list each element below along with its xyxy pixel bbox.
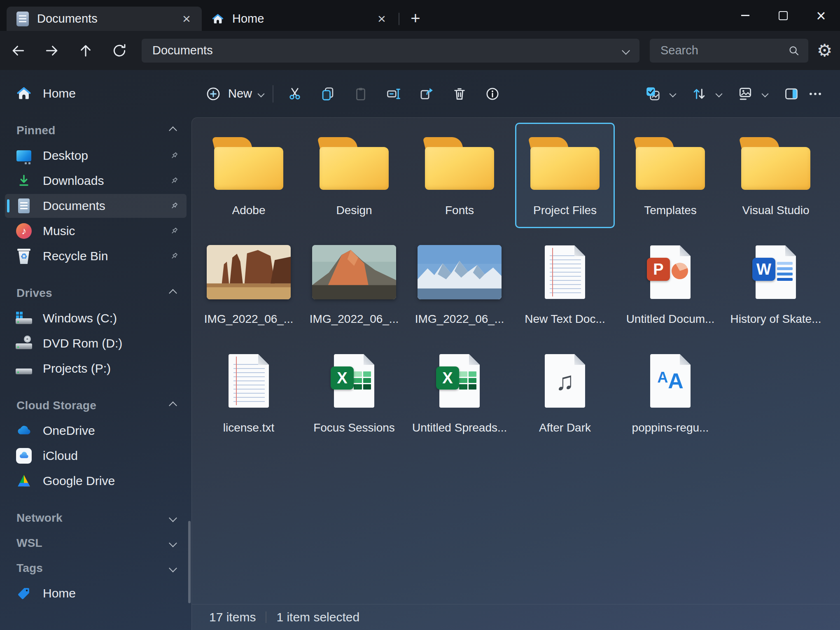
- home-icon: [16, 85, 32, 102]
- close-window-button[interactable]: ×: [802, 0, 840, 31]
- close-icon: ×: [816, 7, 826, 24]
- image-thumbnail: [418, 245, 502, 299]
- gear-icon: ⚙: [817, 40, 833, 61]
- details-pane-button[interactable]: [780, 82, 803, 105]
- refresh-button[interactable]: [108, 39, 131, 62]
- pin-icon[interactable]: [169, 226, 179, 236]
- layout-dropdown[interactable]: [758, 82, 772, 105]
- excel-file-icon: X: [439, 354, 480, 408]
- minimize-button[interactable]: [726, 0, 764, 31]
- text-file-icon: [229, 354, 269, 408]
- sidebar-item-downloads[interactable]: Downloads: [5, 169, 187, 193]
- desktop-icon: [16, 147, 32, 164]
- file-item[interactable]: Fonts: [410, 123, 509, 228]
- maximize-button[interactable]: [764, 0, 802, 31]
- file-item[interactable]: X Untitled Spreads...: [410, 340, 509, 446]
- close-tab-icon[interactable]: ×: [373, 10, 390, 28]
- sidebar-section-cloud-storage[interactable]: Cloud Storage: [5, 394, 187, 418]
- file-item[interactable]: IMG_2022_06_...: [199, 231, 299, 337]
- file-item[interactable]: Design: [304, 123, 404, 228]
- file-item[interactable]: Visual Studio: [726, 123, 826, 228]
- sort-icon: [691, 86, 707, 102]
- rename-icon: [386, 86, 401, 102]
- new-button[interactable]: New: [202, 82, 267, 105]
- delete-button[interactable]: [448, 82, 471, 105]
- cut-button[interactable]: [283, 82, 306, 105]
- sort-dropdown[interactable]: [712, 82, 726, 105]
- sidebar-item-home[interactable]: Home: [5, 82, 187, 105]
- paste-button[interactable]: [349, 82, 372, 105]
- forward-button[interactable]: [40, 39, 63, 62]
- more-icon: [807, 86, 823, 102]
- file-item[interactable]: After Dark: [515, 340, 615, 446]
- document-icon: [16, 12, 29, 26]
- sidebar-section-pinned[interactable]: Pinned: [5, 119, 187, 142]
- tab-label: Documents: [37, 12, 98, 26]
- pin-icon[interactable]: [169, 176, 179, 186]
- up-button[interactable]: [74, 39, 97, 62]
- command-divider: [273, 85, 273, 103]
- sidebar-item-recycle-bin[interactable]: Recycle Bin: [5, 244, 187, 268]
- status-bar: 17 items 1 item selected: [192, 604, 840, 630]
- settings-button[interactable]: ⚙: [816, 39, 833, 62]
- sidebar-item-icloud[interactable]: iCloud: [5, 444, 187, 468]
- tab-home[interactable]: Home ×: [202, 7, 397, 31]
- chevron-down-icon[interactable]: [622, 47, 630, 55]
- file-item[interactable]: X Focus Sessions: [304, 340, 404, 446]
- share-button[interactable]: [415, 82, 438, 105]
- folder-icon: [636, 137, 705, 190]
- file-item-selected[interactable]: Project Files: [515, 123, 615, 228]
- sidebar-scrollbar[interactable]: [188, 521, 191, 603]
- back-button[interactable]: [7, 39, 30, 62]
- sidebar-item-google-drive[interactable]: Google Drive: [5, 469, 187, 493]
- sort-button[interactable]: [688, 82, 711, 105]
- sidebar-item-windows-c[interactable]: Windows (C:): [5, 306, 187, 330]
- file-item[interactable]: IMG_2022_06_...: [410, 231, 509, 337]
- sidebar-item-projects-p[interactable]: Projects (P:): [5, 357, 187, 380]
- google-drive-icon: [16, 473, 32, 489]
- folder-icon: [214, 137, 283, 190]
- file-item[interactable]: W History of Skate...: [726, 231, 826, 337]
- more-options-button[interactable]: [804, 82, 827, 105]
- pin-icon[interactable]: [169, 151, 179, 161]
- file-item[interactable]: IMG_2022_06_...: [304, 231, 404, 337]
- sidebar-section-tags[interactable]: Tags: [5, 556, 187, 580]
- sidebar-item-onedrive[interactable]: OneDrive: [5, 419, 187, 443]
- address-bar[interactable]: Documents: [142, 39, 639, 63]
- properties-button[interactable]: [481, 82, 504, 105]
- copy-button[interactable]: [316, 82, 339, 105]
- file-item[interactable]: New Text Doc...: [515, 231, 615, 337]
- sidebar-item-dvd-d[interactable]: DVD Rom (D:): [5, 331, 187, 355]
- file-item[interactable]: poppins-regu...: [621, 340, 720, 446]
- new-plus-icon: [205, 86, 222, 102]
- new-tab-button[interactable]: +: [404, 7, 427, 29]
- tab-documents[interactable]: Documents ×: [7, 7, 202, 31]
- layout-button[interactable]: [734, 82, 757, 105]
- sidebar-section-wsl[interactable]: WSL: [5, 531, 187, 555]
- sidebar-item-music[interactable]: Music: [5, 219, 187, 243]
- file-item[interactable]: license.txt: [199, 340, 299, 446]
- sidebar-item-documents[interactable]: Documents: [5, 194, 187, 218]
- pin-icon[interactable]: [169, 251, 179, 261]
- layout-icon: [737, 86, 753, 102]
- file-explorer-window: Documents × Home × + ×: [0, 0, 840, 630]
- sidebar-item-desktop[interactable]: Desktop: [5, 144, 187, 168]
- selection-dropdown[interactable]: [665, 82, 680, 105]
- sidebar-section-network[interactable]: Network: [5, 506, 187, 530]
- forward-arrow-icon: [44, 43, 60, 58]
- pin-icon[interactable]: [169, 201, 179, 211]
- tag-icon: [16, 585, 32, 602]
- delete-icon: [452, 86, 467, 102]
- rename-button[interactable]: [382, 82, 405, 105]
- sidebar-item-tag-home[interactable]: Home: [5, 581, 187, 605]
- search-input[interactable]: Search: [650, 39, 808, 63]
- select-toggle-icon: [645, 86, 661, 102]
- file-item[interactable]: P Untitled Docum...: [621, 231, 720, 337]
- file-item[interactable]: Adobe: [199, 123, 299, 228]
- downloads-icon: [16, 173, 32, 189]
- selection-toggle-button[interactable]: [642, 82, 665, 105]
- file-item[interactable]: Templates: [621, 123, 720, 228]
- close-tab-icon[interactable]: ×: [178, 10, 195, 28]
- sidebar-section-drives[interactable]: Drives: [5, 281, 187, 305]
- image-thumbnail: [207, 245, 291, 299]
